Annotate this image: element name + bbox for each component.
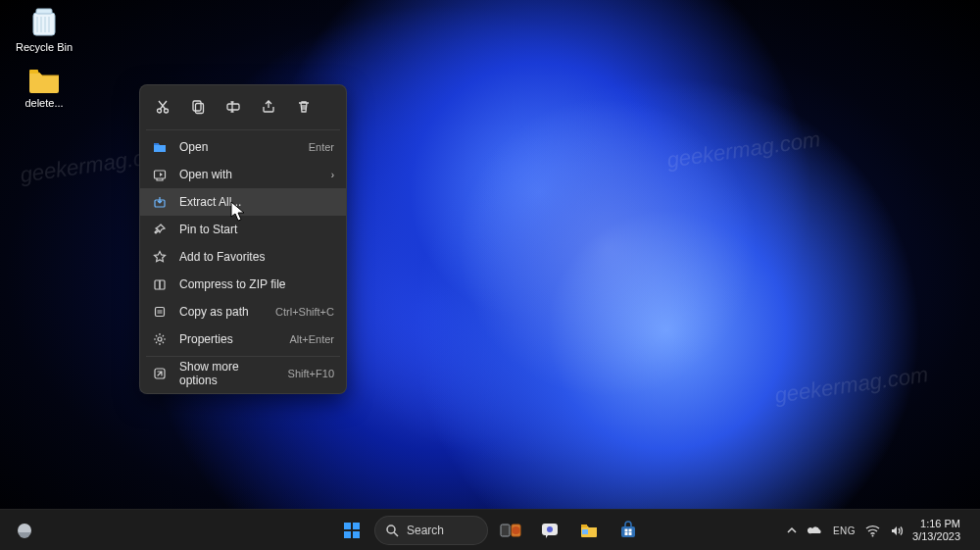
- svg-rect-16: [344, 523, 351, 529]
- notification-center-button[interactable]: [970, 528, 974, 532]
- svg-rect-2: [29, 70, 38, 74]
- open-icon: [152, 139, 168, 155]
- taskbar-search[interactable]: Search: [374, 516, 488, 545]
- chevron-right-icon: ›: [331, 170, 334, 180]
- svg-rect-8: [154, 143, 159, 145]
- svg-rect-28: [621, 526, 635, 537]
- svg-rect-31: [625, 532, 628, 535]
- menu-item-label: Open: [179, 140, 297, 154]
- more-icon: [152, 366, 168, 381]
- share-icon[interactable]: [254, 93, 283, 121]
- svg-rect-32: [629, 532, 632, 535]
- menu-item-label: Extract All...: [179, 195, 322, 209]
- menu-item-label: Compress to ZIP file: [179, 277, 322, 291]
- svg-rect-12: [156, 308, 165, 317]
- clock-date: 3/13/2023: [912, 530, 960, 543]
- svg-point-23: [513, 526, 520, 534]
- svg-rect-27: [582, 529, 588, 534]
- svg-rect-17: [353, 523, 360, 529]
- menu-item-accel: Enter: [309, 141, 334, 153]
- menu-item-show-more[interactable]: Show more options Shift+F10: [140, 360, 346, 387]
- start-button[interactable]: [335, 514, 368, 547]
- context-menu-separator: [146, 356, 340, 357]
- svg-rect-7: [227, 104, 239, 110]
- cut-icon[interactable]: [148, 93, 177, 121]
- menu-item-accel: Ctrl+Shift+C: [275, 306, 334, 318]
- svg-point-20: [387, 525, 395, 533]
- onedrive-icon[interactable]: [808, 525, 823, 536]
- rename-icon[interactable]: [219, 93, 248, 121]
- svg-rect-0: [33, 13, 55, 35]
- taskbar-app-explorer[interactable]: [572, 514, 606, 547]
- menu-item-compress-zip[interactable]: Compress to ZIP file: [140, 271, 346, 298]
- language-indicator[interactable]: ENG: [833, 525, 856, 536]
- widgets-button[interactable]: [8, 514, 41, 547]
- taskbar-app-chat[interactable]: [533, 514, 566, 547]
- taskbar: Search: [0, 509, 980, 550]
- menu-item-label: Properties: [179, 332, 277, 346]
- recycle-bin-label: Recycle Bin: [16, 41, 73, 54]
- menu-item-properties[interactable]: Properties Alt+Enter: [140, 325, 346, 353]
- search-label: Search: [407, 524, 444, 537]
- taskbar-app-store[interactable]: [612, 514, 645, 547]
- svg-point-33: [872, 534, 874, 536]
- svg-rect-29: [625, 528, 628, 531]
- menu-item-label: Add to Favorites: [179, 250, 322, 264]
- recycle-bin-icon: [26, 4, 62, 39]
- svg-point-3: [158, 109, 162, 113]
- svg-point-25: [547, 526, 553, 532]
- svg-rect-6: [196, 104, 204, 114]
- context-menu-quick-actions: [140, 91, 346, 126]
- task-view-button[interactable]: [494, 514, 527, 547]
- menu-item-copy-path[interactable]: Copy as path Ctrl+Shift+C: [140, 298, 346, 325]
- svg-rect-30: [629, 528, 632, 531]
- desktop-folder-selected[interactable]: delete...: [10, 66, 78, 110]
- network-icon[interactable]: [865, 525, 880, 537]
- properties-icon: [152, 331, 168, 347]
- svg-point-13: [158, 337, 162, 341]
- menu-item-label: Pin to Start: [179, 223, 322, 236]
- menu-item-accel: Shift+F10: [288, 368, 334, 379]
- svg-rect-19: [353, 531, 360, 538]
- menu-item-extract-all[interactable]: Extract All...: [140, 188, 346, 216]
- svg-rect-5: [193, 101, 201, 111]
- search-icon: [385, 524, 399, 537]
- tray-chevron-icon[interactable]: [786, 525, 798, 536]
- menu-item-accel: Alt+Enter: [289, 333, 334, 345]
- open-with-icon: [152, 167, 168, 182]
- menu-item-open[interactable]: Open Enter: [140, 133, 346, 161]
- menu-item-open-with[interactable]: Open with ›: [140, 161, 346, 188]
- menu-item-pin-start[interactable]: Pin to Start: [140, 216, 346, 243]
- menu-item-label: Open with: [179, 168, 319, 181]
- svg-rect-18: [344, 531, 351, 538]
- copy-path-icon: [152, 304, 168, 320]
- menu-item-label: Show more options: [179, 360, 276, 387]
- recycle-bin[interactable]: Recycle Bin: [10, 4, 78, 54]
- taskbar-clock[interactable]: 1:16 PM 3/13/2023: [912, 518, 960, 542]
- star-icon: [152, 249, 168, 265]
- copy-icon[interactable]: [183, 93, 213, 121]
- svg-rect-21: [501, 525, 510, 536]
- svg-rect-1: [36, 9, 52, 14]
- menu-item-label: Copy as path: [179, 305, 264, 319]
- desktop-icons-area: Recycle Bin delete...: [6, 4, 82, 109]
- menu-item-favorites[interactable]: Add to Favorites: [140, 243, 346, 271]
- svg-rect-26: [581, 525, 587, 527]
- zip-icon: [152, 276, 168, 292]
- delete-icon[interactable]: [289, 93, 318, 121]
- clock-time: 1:16 PM: [912, 518, 960, 530]
- context-menu: Open Enter Open with › Extract All... Pi…: [139, 84, 347, 394]
- folder-icon: [27, 66, 61, 95]
- context-menu-separator: [146, 129, 340, 130]
- system-tray[interactable]: ENG: [786, 525, 905, 537]
- desktop-folder-label: delete...: [24, 97, 63, 110]
- extract-icon: [152, 194, 168, 210]
- svg-point-4: [165, 109, 169, 113]
- pin-start-icon: [152, 222, 168, 237]
- volume-icon[interactable]: [890, 525, 905, 537]
